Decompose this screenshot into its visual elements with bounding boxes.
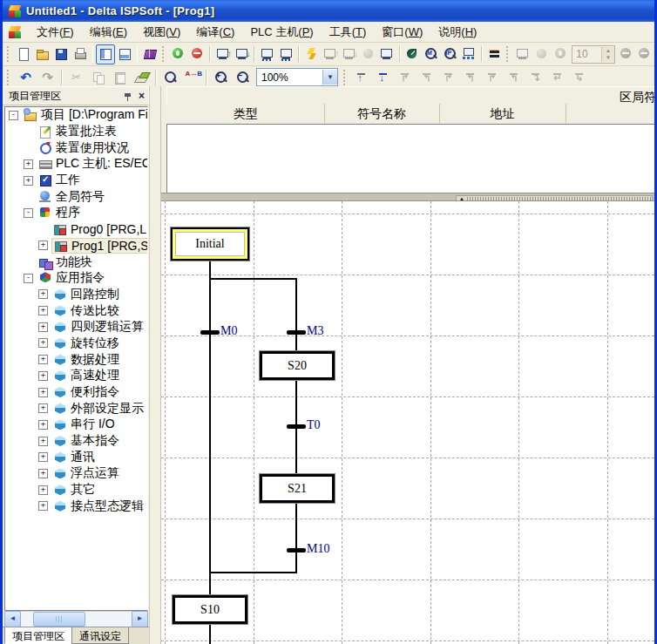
close-icon[interactable]: × [139, 92, 145, 101]
find-button[interactable] [159, 67, 181, 87]
tree-horizontal-scrollbar[interactable]: ◄ ► [4, 611, 148, 627]
tree-item[interactable]: +旋转位移 [5, 336, 147, 352]
scan-time-spinner[interactable]: 10▲▼ [572, 45, 615, 64]
spinner-arrows[interactable]: ▲▼ [601, 47, 614, 62]
panel-tab-0[interactable]: 项目管理区 [4, 627, 72, 644]
expand-icon[interactable]: + [38, 355, 48, 364]
scrollbar-thumb[interactable] [33, 612, 85, 627]
tree-item[interactable]: -项目 [D:\Program Files' [5, 107, 147, 124]
sfc-step-Initial[interactable]: Initial [171, 227, 249, 261]
expand-icon[interactable]: + [38, 241, 48, 250]
combobox-dropdown-icon[interactable]: ▼ [322, 70, 337, 85]
tree-item[interactable]: 全局符号 [5, 188, 147, 205]
check-program-button[interactable] [169, 44, 188, 64]
tree-item[interactable]: 装置批注表 [5, 124, 147, 140]
tree-item[interactable]: 装置使用状况 [5, 139, 147, 156]
tree-item[interactable]: -程序 [5, 205, 147, 221]
tree-item[interactable]: +数据处理 [5, 351, 147, 368]
new-file-button[interactable] [14, 44, 33, 64]
tree-item[interactable]: +外部设定显示 [5, 400, 147, 417]
menu-item-P[interactable]: PLC 主机(P) [242, 23, 321, 41]
expand-icon[interactable]: + [38, 420, 48, 430]
zoom-level-combobox[interactable]: 100%▼ [256, 68, 338, 86]
panel-tab-1[interactable]: 通讯设定 [71, 627, 129, 644]
save-file-button[interactable] [52, 44, 71, 64]
tree-item[interactable]: +四则逻辑运算 [5, 319, 147, 336]
print-button[interactable] [71, 44, 90, 64]
undo-button[interactable]: ↶ [15, 67, 37, 87]
zoom-out-button[interactable]: − [232, 67, 254, 87]
scroll-right-icon[interactable]: ► [132, 611, 148, 627]
tree-item[interactable]: +串行 I/O [5, 417, 147, 433]
pin-icon[interactable] [124, 92, 133, 101]
tree-item[interactable]: +接点型态逻辑 [5, 498, 147, 515]
expand-icon[interactable]: + [38, 306, 48, 315]
tree-item[interactable]: -应用指令 [5, 270, 147, 287]
network-setup-button[interactable] [459, 44, 478, 64]
sfc-step-S21[interactable]: S21 [260, 474, 335, 503]
tree-item[interactable]: +基本指令 [5, 433, 147, 450]
zoom-in-button[interactable]: + [210, 67, 232, 87]
scroll-left-icon[interactable]: ◄ [4, 611, 21, 627]
expand-icon[interactable]: + [38, 485, 48, 495]
stop-plc-button[interactable] [188, 44, 207, 64]
menu-item-E[interactable]: 编辑(E) [82, 23, 135, 41]
sfc-insert-step-down-button[interactable]: ↓ [373, 67, 395, 87]
symbol-table-body[interactable] [166, 124, 654, 193]
expand-icon[interactable]: + [38, 371, 48, 381]
collapse-icon[interactable]: - [24, 274, 33, 283]
replace-button[interactable]: A↔B [181, 67, 203, 87]
download-to-plc-button[interactable]: ↓ [233, 44, 252, 64]
expand-icon[interactable]: + [24, 176, 33, 186]
manual-book-button[interactable] [140, 44, 159, 64]
menu-item-F[interactable]: 文件(F) [29, 23, 82, 41]
expand-icon[interactable]: + [38, 403, 48, 413]
device-monitor-button[interactable] [277, 44, 296, 64]
search-ip-button[interactable]: IP [441, 44, 460, 64]
sfc-insert-step-up-button[interactable]: ↑ [351, 67, 373, 87]
collapse-icon[interactable]: - [24, 208, 33, 218]
menu-item-C[interactable]: 编译(C) [188, 23, 242, 41]
project-window-button[interactable] [96, 44, 115, 64]
column-header-2[interactable]: 地址 [439, 104, 566, 123]
expand-icon[interactable]: + [38, 501, 48, 511]
sfc-transition-M0[interactable] [200, 330, 220, 335]
tree-item[interactable]: +工作 [5, 173, 147, 189]
expand-icon[interactable]: + [38, 452, 48, 462]
sfc-step-S10[interactable]: S10 [173, 595, 247, 624]
tree-item[interactable]: +传送比较 [5, 302, 147, 319]
tree-item[interactable]: +Prog1 [PRG,SFC] [5, 238, 147, 254]
expand-icon[interactable]: + [24, 159, 33, 169]
spinner-up-icon[interactable]: ▲ [602, 47, 614, 55]
edit-monitor-button[interactable] [302, 44, 322, 64]
collapse-icon[interactable]: - [9, 111, 18, 120]
expand-icon[interactable]: + [38, 289, 48, 299]
tree-item[interactable]: Prog0 [PRG,LD] [5, 221, 147, 238]
tree-item[interactable]: +便利指令 [5, 384, 147, 401]
sfc-transition-M3[interactable] [287, 330, 306, 335]
sfc-editor-canvas[interactable]: InitialS20S21S10M0M3T0M10 [161, 200, 654, 644]
menu-item-T[interactable]: 工具(T) [322, 23, 375, 41]
vertical-splitter[interactable] [150, 86, 160, 644]
column-header-1[interactable]: 符号名称 [324, 104, 440, 123]
column-header-0[interactable]: 类型 [167, 104, 325, 123]
refresh-link-button[interactable] [485, 44, 505, 64]
spinner-down-icon[interactable]: ▼ [602, 54, 614, 62]
communication-setting-button[interactable] [403, 44, 423, 64]
pc-connection-button[interactable] [377, 44, 396, 64]
column-header-3[interactable]: 数据类型 [566, 104, 654, 123]
expand-icon[interactable]: + [38, 437, 48, 446]
eraser-button[interactable] [131, 67, 152, 87]
upload-from-plc-button[interactable]: ↑ [213, 44, 233, 64]
open-file-button[interactable] [33, 44, 52, 64]
search-module-button[interactable]: M [422, 44, 441, 64]
tree-item[interactable]: +通讯 [5, 449, 147, 465]
tree-item[interactable]: +其它 [5, 482, 147, 498]
expand-icon[interactable]: + [38, 338, 48, 348]
tree-item[interactable]: +浮点运算 [5, 465, 147, 482]
output-window-button[interactable] [115, 44, 134, 64]
menu-item-V[interactable]: 视图(V) [135, 23, 188, 41]
tree-item[interactable]: +回路控制 [5, 287, 147, 303]
sfc-step-S20[interactable]: S20 [260, 351, 335, 380]
tree-item[interactable]: +高速处理 [5, 368, 147, 384]
